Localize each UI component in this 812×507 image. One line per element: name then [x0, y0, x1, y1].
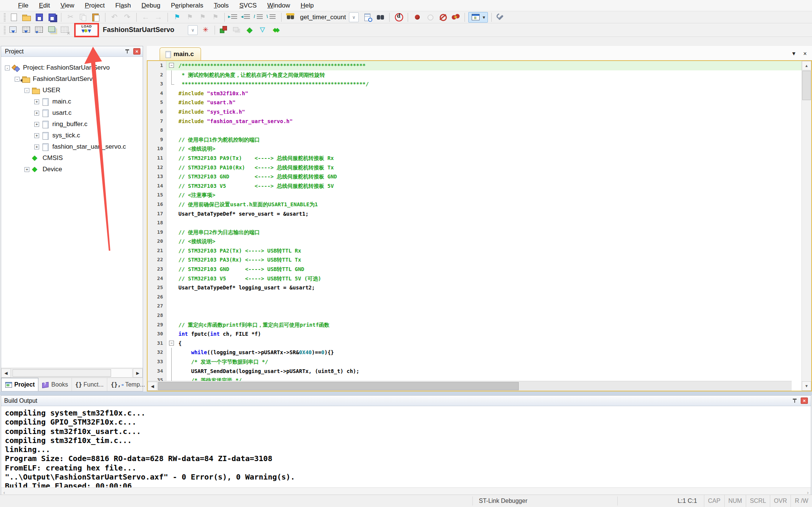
tree-item-fashionstaruartservo[interactable]: -✳FashionStarUartServo [1, 73, 143, 85]
menu-project[interactable]: Project [79, 0, 110, 11]
target-select-value[interactable]: FashionStarUartServo [103, 26, 174, 34]
menu-view[interactable]: View [55, 0, 80, 11]
code-line-24[interactable]: 24// STM32F103 V5 <----> USB转TTL 5V (可选) [148, 274, 801, 283]
find-in-files-doc-icon[interactable] [362, 12, 373, 23]
menu-svcs[interactable]: SVCS [234, 0, 262, 11]
scroll-left-arrow[interactable]: ◀ [1, 368, 11, 378]
tree-item-sys-tick-c[interactable]: +sys_tick.c [1, 130, 143, 141]
code-line-2[interactable]: 2 * 测试控制舵机的角度，让舵机在两个角度之间做周期性旋转 [148, 70, 801, 80]
code-line-1[interactable]: 1−/*************************************… [148, 61, 801, 70]
breakpoint-disable-icon[interactable] [424, 12, 436, 23]
tree-item-fashion-star-uart-servo-c[interactable]: +fashion_star_uart_servo.c [1, 141, 143, 152]
code-line-28[interactable]: 28 [148, 311, 801, 320]
configure-icon[interactable] [495, 12, 506, 23]
code-line-20[interactable]: 20// <接线说明> [148, 237, 801, 246]
scroll-thumb[interactable] [12, 369, 111, 377]
download-to-flash-button[interactable]: LOAD ▼▼ ✱ [78, 25, 95, 35]
window-layout-icon[interactable] [471, 12, 480, 23]
menu-edit[interactable]: Edit [34, 0, 55, 11]
manage-project-items-icon[interactable] [218, 25, 230, 35]
tree-item-device[interactable]: +Device [1, 164, 143, 175]
code-line-5[interactable]: 5#include "usart.h" [148, 98, 801, 107]
editor-hscrollbar[interactable]: ◀ [148, 381, 792, 391]
open-file-icon[interactable] [21, 12, 32, 23]
scroll-right-arrow[interactable]: ▶ [133, 368, 143, 378]
build-icon[interactable] [21, 25, 32, 35]
expand-icon[interactable]: + [34, 99, 39, 104]
scroll-thumb[interactable] [802, 71, 811, 100]
save-file-icon[interactable] [34, 12, 45, 23]
code-line-19[interactable]: 19// 使用串口2作为日志输出的端口 [148, 228, 801, 237]
scroll-left-arrow[interactable]: ◀ [148, 382, 157, 391]
batch-build-icon[interactable] [46, 25, 58, 35]
pin-icon[interactable] [124, 49, 130, 55]
bookmark-toggle-icon[interactable]: ⚑ [171, 12, 183, 23]
find-icon[interactable] [375, 12, 386, 23]
software-packs-icon[interactable]: ◆◆ [270, 25, 281, 35]
code-line-10[interactable]: 10// <接线说明> [148, 144, 801, 154]
start-stop-debug-icon[interactable] [393, 12, 404, 23]
code-line-7[interactable]: 7#include "fashion_star_uart_servo.h" [148, 117, 801, 126]
build-output-log[interactable]: compiling system_stm32f10x.c...compiling… [1, 406, 811, 487]
code-line-29[interactable]: 29// 重定向c库函数printf到串口，重定向后可使用printf函数 [148, 320, 801, 330]
cut-icon[interactable]: ✂ [65, 12, 76, 23]
breakpoint-disable-all-icon[interactable] [437, 12, 448, 23]
redo-icon[interactable]: ↷ [122, 12, 133, 23]
expand-icon[interactable]: + [34, 111, 39, 116]
code-line-27[interactable]: 27 [148, 301, 801, 311]
code-line-30[interactable]: 30int fputc(int ch, FILE *f) [148, 329, 801, 339]
chevron-down-icon[interactable]: ▼ [482, 15, 486, 20]
code-line-6[interactable]: 6#include "sys_tick.h" [148, 107, 801, 117]
expand-icon[interactable]: + [34, 145, 39, 149]
tree-item-user[interactable]: -USER [1, 85, 143, 96]
navigate-forward-icon[interactable]: → [153, 12, 164, 23]
fold-marker[interactable]: − [166, 339, 177, 348]
undo-icon[interactable]: ↶ [109, 12, 120, 23]
outdent-icon[interactable]: ◂ [241, 12, 252, 23]
tree-item-project-fashionstaruartservo[interactable]: -Project: FashionStarUartServo [1, 62, 143, 73]
bookmark-clear-all-icon[interactable]: ⚑ [210, 12, 221, 23]
file-extensions-diamond-icon[interactable]: ◆ [244, 25, 255, 35]
code-line-32[interactable]: 32 while((logging_usart->pUSARTx->SR&0X4… [148, 348, 801, 357]
workspace-tab-books[interactable]: Books [38, 378, 72, 391]
code-line-18[interactable]: 18 [148, 218, 801, 228]
code-line-31[interactable]: 31−{ [148, 339, 801, 348]
copy-windows-icon[interactable] [231, 25, 242, 35]
tree-item-usart-c[interactable]: +usart.c [1, 107, 143, 119]
search-term-value[interactable]: get_timer_count [300, 14, 346, 21]
editor-vscrollbar[interactable]: ▲ ▼ [801, 61, 811, 391]
scroll-down-arrow[interactable]: ▼ [802, 381, 811, 391]
menu-peripherals[interactable]: Peripherals [166, 0, 209, 11]
indent-icon[interactable]: ▸ [228, 12, 239, 23]
options-wand-icon[interactable]: ✳ [200, 25, 211, 35]
menu-help[interactable]: Help [295, 0, 319, 11]
save-all-icon[interactable] [46, 12, 58, 23]
comment-selection-icon[interactable]: / [254, 12, 265, 23]
code-content[interactable]: 1−/*************************************… [148, 61, 801, 385]
tree-item-cmsis[interactable]: CMSIS [1, 152, 143, 164]
menu-flash[interactable]: Flash [110, 0, 136, 11]
close-build-output-button[interactable]: × [801, 397, 808, 404]
expand-icon[interactable]: + [24, 167, 29, 172]
code-line-8[interactable]: 8 [148, 126, 801, 135]
navigate-back-icon[interactable]: ← [140, 12, 151, 23]
rebuild-icon[interactable] [34, 25, 45, 35]
fold-marker[interactable]: − [166, 61, 177, 70]
scroll-up-arrow[interactable]: ▲ [802, 61, 811, 70]
code-line-12[interactable]: 12// STM32F103 PA10(Rx) <----> 总线伺服舵机转接板… [148, 163, 801, 172]
workspace-tab-funct[interactable]: {}Funct... [72, 378, 107, 391]
code-line-23[interactable]: 23// STM32F103 GND <----> USB转TTL GND [148, 265, 801, 274]
window-layout-button[interactable]: ▼ [468, 12, 488, 23]
code-line-15[interactable]: 15// <注意事项> [148, 190, 801, 200]
code-line-21[interactable]: 21// STM32F103 PA2(Tx) <----> USB转TTL Rx [148, 246, 801, 256]
tab-main-c[interactable]: main.c [160, 47, 201, 60]
collapse-icon[interactable]: - [24, 88, 29, 93]
code-line-11[interactable]: 11// STM32F103 PA9(Tx) <----> 总线伺服舵机转接板 … [148, 154, 801, 163]
menu-tools[interactable]: Tools [209, 0, 234, 11]
target-select-dropdown[interactable]: ∨ [188, 25, 198, 35]
pin-icon[interactable] [792, 398, 798, 404]
collapse-icon[interactable]: - [5, 65, 10, 70]
code-line-34[interactable]: 34 USART_SendData(logging_usart->pUSARTx… [148, 367, 801, 376]
bookmark-next-icon[interactable]: ⚑ [184, 12, 195, 23]
close-document-icon[interactable]: × [803, 50, 807, 57]
